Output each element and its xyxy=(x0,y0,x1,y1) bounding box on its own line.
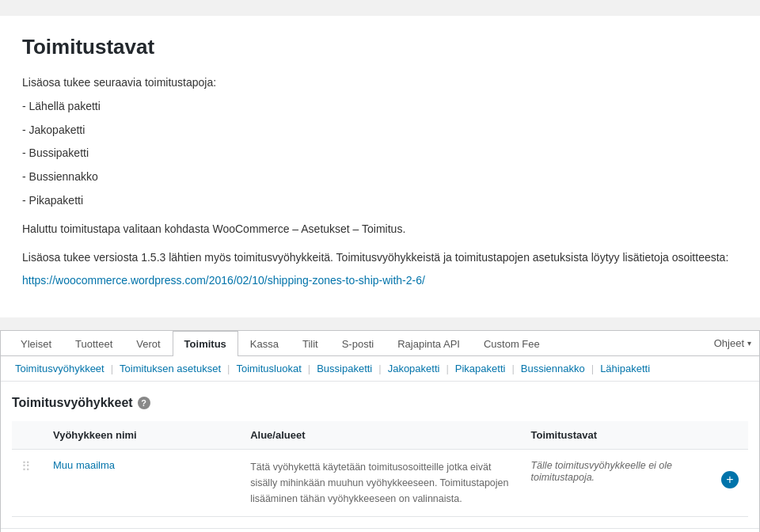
help-icon[interactable]: ? xyxy=(138,397,150,409)
separator-6: | xyxy=(511,363,514,374)
sub-nav-bussipaketti[interactable]: Bussipaketti xyxy=(314,363,375,374)
separator-2: | xyxy=(227,363,230,374)
zones-table-header-row: Vyöhykkeen nimi Alue/alueet Toimitustava… xyxy=(12,421,748,450)
th-region: Alue/alueet xyxy=(241,421,521,450)
zone-name-cell: Muu maailma xyxy=(44,450,241,517)
drag-handle-icon: ⠿ xyxy=(21,460,31,473)
table-row: ⠿ Muu maailma Tätä vyöhykettä käytetään … xyxy=(12,450,748,517)
zone-region-text: Tätä vyöhykettä käytetään toimitusosoitt… xyxy=(250,462,508,504)
th-drag xyxy=(12,421,44,450)
sub-nav-toimitusluokat[interactable]: Toimitusluokat xyxy=(233,363,304,374)
chevron-down-icon: ▾ xyxy=(747,339,751,348)
page-title: Toimitustavat xyxy=(22,35,738,59)
zone-methods-cell: Tälle toimitusvyöhykkeelle ei ole toimit… xyxy=(521,450,748,517)
intro-line-8: Lisäosa tukee versiosta 1.5.3 lähtien my… xyxy=(22,249,738,268)
intro-line-6: - Pikapaketti xyxy=(22,192,738,211)
add-method-button[interactable]: + xyxy=(721,471,739,488)
zone-name-link[interactable]: Muu maailma xyxy=(53,459,115,471)
ohjeet-label: Ohjeet xyxy=(714,337,744,349)
zone-info-link[interactable]: https://woocommerce.wordpress.com/2016/0… xyxy=(22,274,425,287)
intro-line-3: - Jakopaketti xyxy=(22,121,738,140)
zones-section-inner: Toimitusvyöhykkeet ? Vyöhykkeen nimi Alu… xyxy=(1,382,759,528)
separator-4: | xyxy=(378,363,381,374)
zones-table-body: ⠿ Muu maailma Tätä vyöhykettä käytetään … xyxy=(12,450,748,517)
th-methods: Toimitustavat xyxy=(521,421,748,450)
drag-handle-cell: ⠿ xyxy=(12,450,44,517)
tab-toimitus[interactable]: Toimitus xyxy=(173,331,238,356)
wc-settings-panel: Yleiset Tuotteet Verot Toimitus Kassa Ti… xyxy=(0,330,760,532)
tab-verot[interactable]: Verot xyxy=(124,331,172,356)
main-description: Toimitustavat Lisäosa tukee seuraavia to… xyxy=(0,16,760,317)
zones-section-title: Toimitusvyöhykkeet ? xyxy=(12,396,748,410)
sub-nav-pikapaketti[interactable]: Pikapaketti xyxy=(452,363,509,374)
tab-yleiset[interactable]: Yleiset xyxy=(9,331,63,356)
intro-line-5: - Bussiennakko xyxy=(22,168,738,187)
tab-rajapinta-api[interactable]: Rajapinta API xyxy=(386,331,472,356)
zones-table: Vyöhykkeen nimi Alue/alueet Toimitustava… xyxy=(12,421,748,517)
tab-tilit[interactable]: Tilit xyxy=(291,331,330,356)
separator-5: | xyxy=(446,363,448,374)
intro-line-2: - Lähellä paketti xyxy=(22,97,738,116)
tab-custom-fee[interactable]: Custom Fee xyxy=(472,331,552,356)
sub-nav-bussiennakko[interactable]: Bussiennakko xyxy=(518,363,588,374)
separator-1: | xyxy=(111,363,113,374)
sub-nav-lahipaketti[interactable]: Lähipaketti xyxy=(597,363,653,374)
intro-line-7: Haluttu toimitustapa valitaan kohdasta W… xyxy=(22,220,738,239)
tab-tuotteet[interactable]: Tuotteet xyxy=(63,331,124,356)
zones-table-head: Vyöhykkeen nimi Alue/alueet Toimitustava… xyxy=(12,421,748,450)
nav-tabs-row: Yleiset Tuotteet Verot Toimitus Kassa Ti… xyxy=(1,331,759,356)
tab-s-posti[interactable]: S-posti xyxy=(330,331,386,356)
section-footer: Tallenna muutokset Lisää toimitusvyöhyke xyxy=(1,528,759,532)
intro-block: Lisäosa tukee seuraavia toimitustapoja: … xyxy=(22,74,738,291)
sub-nav-toimituksen-asetukset[interactable]: Toimituksen asetukset xyxy=(116,363,224,374)
zone-region-cell: Tätä vyöhykettä käytetään toimitusosoitt… xyxy=(241,450,521,517)
tab-kassa[interactable]: Kassa xyxy=(238,331,291,356)
separator-3: | xyxy=(308,363,310,374)
intro-link-para: https://woocommerce.wordpress.com/2016/0… xyxy=(22,272,738,291)
intro-line-1: Lisäosa tukee seuraavia toimitustapoja: xyxy=(22,74,738,93)
th-zone-name: Vyöhykkeen nimi xyxy=(44,421,241,450)
zones-title-text: Toimitusvyöhykkeet xyxy=(12,396,133,410)
intro-line-4: - Bussipaketti xyxy=(22,144,738,163)
sub-nav-bar: Toimitusvyöhykkeet | Toimituksen asetuks… xyxy=(1,356,759,382)
sub-nav-jakopaketti[interactable]: Jakopaketti xyxy=(385,363,443,374)
zone-no-methods-text: Tälle toimitusvyöhykkeelle ei ole toimit… xyxy=(530,460,672,483)
page-wrapper: Toimitustavat Lisäosa tukee seuraavia to… xyxy=(0,16,760,532)
ohjeet-button[interactable]: Ohjeet ▾ xyxy=(714,331,751,355)
separator-7: | xyxy=(591,363,594,374)
sub-nav-toimitusvyohykkeet[interactable]: Toimitusvyöhykkeet xyxy=(12,363,108,374)
